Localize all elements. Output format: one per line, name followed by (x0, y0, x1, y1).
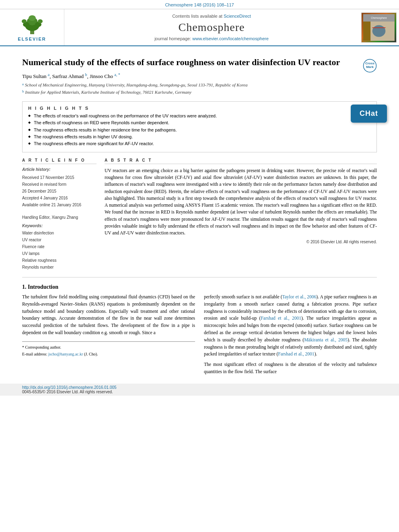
highlight-5: The roughness effects are more significa… (28, 141, 371, 147)
footnotes-area: * Corresponding author. E-mail address: … (22, 341, 195, 357)
author-tipu: Tipu Sultan (22, 73, 48, 79)
header-center: Contents lists available at ScienceDirec… (64, 9, 359, 45)
article-info-label: A R T I C L E I N F O (22, 158, 97, 164)
article-title-section: Cross Mark Numerical study of the effect… (22, 57, 377, 68)
affil-sup-a2: a, * (114, 72, 120, 77)
keyword-5: Relative roughness (22, 257, 97, 264)
article-info-col: A R T I C L E I N F O Article history: R… (22, 158, 97, 271)
affil-b: b Institute for Applied Materials, Karls… (22, 89, 377, 96)
keyword-1: Water disinfection (22, 230, 97, 236)
journal-citation: Chemosphere 148 (2016) 108–117 (165, 2, 234, 7)
available-date: Available online 21 January 2016 (22, 201, 97, 208)
footnote-corresponding: * Corresponding author. (22, 344, 195, 351)
article-dates: Received 17 November 2015 Received in re… (22, 174, 97, 208)
handling-editor: Handling Editor, Xiangru Zhang (22, 211, 97, 220)
svg-point-6 (22, 19, 27, 23)
received-date: Received 17 November 2015 (22, 174, 97, 181)
ref-taylor-2006[interactable]: Taylor et al., 2006 (282, 294, 317, 299)
header-right: Chemosphere (359, 9, 399, 45)
revised-date: 26 December 2015 (22, 188, 97, 195)
section-title: 1. Introduction (22, 284, 377, 290)
journal-cover-image: Chemosphere (361, 12, 397, 43)
doi-bar: http://dx.doi.org/10.1016/j.chemosphere.… (0, 384, 399, 396)
ref-makiranta-2005[interactable]: Mäkiranta et al., 2005 (304, 337, 348, 342)
svg-rect-13 (372, 27, 386, 28)
authors-line: Tipu Sultan a, Sarfraz Ahmad b, Jinsoo C… (22, 72, 377, 80)
keywords-title: Keywords: (22, 224, 97, 228)
body-col-right: perfectly smooth surface is not availabl… (204, 294, 377, 376)
elsevier-wordmark: ELSEVIER (18, 37, 46, 41)
affil-sup-label-b: b (22, 89, 24, 96)
crossmark-icon: Cross Mark (363, 59, 377, 73)
science-direct-link[interactable]: ScienceDirect (224, 14, 251, 18)
svg-text:Chemosphere: Chemosphere (371, 16, 387, 20)
keyword-6: Reynolds number (22, 264, 97, 271)
cover-art-icon: Chemosphere (363, 13, 395, 42)
ref-farshad-2001b[interactable]: Farshad et al., 2001 (278, 351, 314, 356)
svg-point-3 (29, 15, 36, 21)
svg-text:Mark: Mark (366, 65, 374, 69)
highlights-section: H I G H L I G H T S The effects of react… (22, 101, 377, 152)
homepage-link[interactable]: www.elsevier.com/locate/chemosphere (192, 36, 269, 41)
abstract-col: A B S T R A C T UV reactors are an emerg… (105, 158, 377, 271)
intro-para-1: The turbulent flow field modelling using… (22, 294, 195, 337)
highlight-2: The effects of roughness on RED were Rey… (28, 120, 371, 126)
journal-title: Chemosphere (179, 21, 245, 34)
keyword-4: UV lamps (22, 250, 97, 257)
keyword-2: UV reactor (22, 236, 97, 243)
elsevier-tree-icon (18, 13, 46, 35)
introduction-section: 1. Introduction The turbulent flow field… (22, 284, 377, 376)
keyword-3: Fluence rate (22, 243, 97, 250)
affiliations: a School of Mechanical Engineering, Hany… (22, 82, 377, 96)
svg-text:Cross: Cross (365, 62, 374, 65)
abstract-label: A B S T R A C T (105, 158, 377, 164)
author-jinsoo: Jinsoo Cho (90, 73, 114, 79)
received-revised: Received in revised form (22, 181, 97, 188)
article-title: Numerical study of the effects of surfac… (22, 57, 377, 68)
body-col-left: The turbulent flow field modelling using… (22, 294, 195, 376)
elsevier-logo: ELSEVIER (18, 13, 46, 41)
affil-sup-label-a: a (22, 82, 24, 88)
abstract-text: UV reactors are an emerging choice as a … (105, 167, 377, 237)
email-link[interactable]: jscho@hanyang.ac.kr (48, 352, 83, 356)
intro-para-2: perfectly smooth surface is not availabl… (204, 294, 377, 358)
highlight-4: The roughness effects results in higher … (28, 134, 371, 140)
svg-point-7 (38, 19, 43, 23)
highlight-3: The roughness effects results in higher … (28, 127, 371, 133)
accepted-date: Accepted 4 January 2016 (22, 195, 97, 201)
affil-a-text: School of Mechanical Engineering, Hanyan… (25, 82, 247, 88)
highlights-list: The effects of reactor's wall roughness … (28, 113, 371, 147)
affil-b-text: Institute for Applied Materials, Karlsru… (25, 89, 191, 96)
body-two-col: The turbulent flow field modelling using… (22, 294, 377, 376)
main-content: Cross Mark Numerical study of the effect… (0, 46, 399, 384)
highlight-1: The effects of reactor's wall roughness … (28, 113, 371, 119)
issn-notice: 0045-6535/© 2016 Elsevier Ltd. All right… (22, 390, 113, 394)
article-history-label: Article history: (22, 167, 97, 172)
footnote-email: E-mail address: jscho@hanyang.ac.kr (J. … (22, 351, 195, 357)
copyright-notice: © 2016 Elsevier Ltd. All rights reserved… (105, 240, 377, 244)
journal-homepage: journal homepage: www.elsevier.com/locat… (154, 36, 269, 41)
section-divider (22, 277, 377, 277)
svg-point-12 (372, 25, 386, 37)
chat-button[interactable]: CHat (351, 105, 387, 123)
journal-top-bar: Chemosphere 148 (2016) 108–117 (0, 0, 399, 9)
intro-para-3: The most significant effect of roughness… (204, 361, 377, 376)
page-wrapper: Chemosphere 148 (2016) 108–117 ELSEVIER (0, 0, 399, 532)
ref-farshad-2001a[interactable]: Farshad et al., 2001 (261, 316, 301, 320)
header-left: ELSEVIER (0, 9, 64, 45)
highlights-title: H I G H L I G H T S (28, 106, 371, 111)
science-direct-info: Contents lists available at ScienceDirec… (172, 14, 251, 18)
doi-link[interactable]: http://dx.doi.org/10.1016/j.chemosphere.… (22, 385, 117, 390)
affil-a: a School of Mechanical Engineering, Hany… (22, 82, 377, 88)
author-sarfraz: Sarfraz Ahmad (52, 73, 85, 79)
journal-header: ELSEVIER Contents lists available at Sci… (0, 9, 399, 46)
keywords-list: Water disinfection UV reactor Fluence ra… (22, 230, 97, 271)
two-col-section: A R T I C L E I N F O Article history: R… (22, 158, 377, 271)
